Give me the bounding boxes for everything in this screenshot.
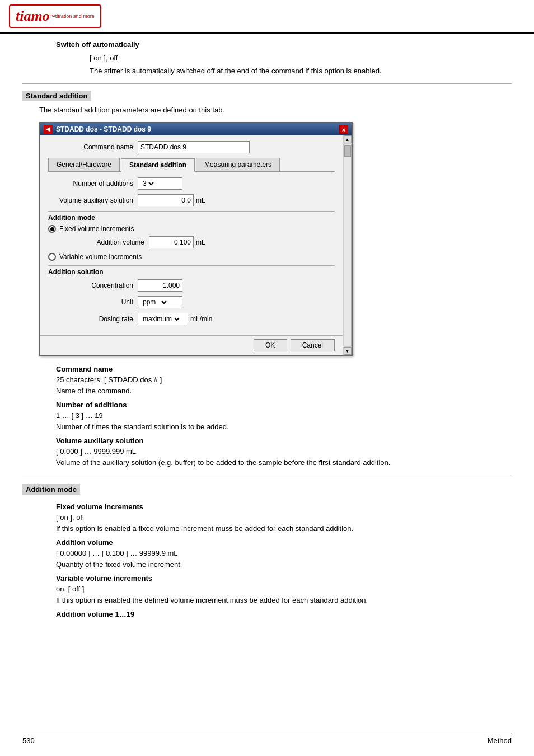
unit-dropdown[interactable]: ppm mol/L mg/L xyxy=(140,298,168,307)
standard-addition-heading: Standard addition xyxy=(22,91,91,101)
tabs-row: General/Hardware Standard addition Measu… xyxy=(48,158,335,172)
fixed-volume-radio-row: Fixed volume increments xyxy=(48,225,335,233)
def-volume-aux-value: [ 0.000 ] … 9999.999 mL xyxy=(22,446,512,457)
addition-volume-label: Addition volume xyxy=(59,238,149,246)
tab-measuring-parameters[interactable]: Measuring parameters xyxy=(196,158,280,171)
ok-button[interactable]: OK xyxy=(254,339,287,351)
scrollbar-track xyxy=(344,144,352,346)
addition-volume-row: Addition volume mL xyxy=(48,236,335,248)
def-command-name-term: Command name xyxy=(22,365,512,373)
logo-tm: ™ xyxy=(50,13,55,20)
volume-aux-unit: mL xyxy=(196,196,205,204)
header: tiamo™ titration and more xyxy=(0,0,534,34)
variable-volume-radio-row: Variable volume increments xyxy=(48,253,335,261)
def-addition-volume-value: [ 0.00000 ] … [ 0.100 ] … 99999.9 mL xyxy=(22,548,512,559)
command-name-row: Command name xyxy=(48,141,335,153)
dosing-rate-dropdown[interactable]: maximum 1.0 2.0 xyxy=(140,314,181,323)
logo-box: tiamo™ titration and more xyxy=(9,4,101,28)
command-name-label: Command name xyxy=(48,143,138,151)
scrollbar-thumb[interactable] xyxy=(344,145,351,157)
concentration-label: Concentration xyxy=(48,281,138,289)
main-content: Switch off automatically [ on ], off The… xyxy=(0,34,534,631)
concentration-row: Concentration xyxy=(48,279,335,292)
def-number-additions-value: 1 … [ 3 ] … 19 xyxy=(22,410,512,421)
dialog-body: Command name General/Hardware Standard a… xyxy=(40,135,343,335)
dialog-title: STDADD dos - STDADD dos 9 xyxy=(56,125,151,133)
addition-mode-sub-section: Addition mode Fixed volume increments Ad… xyxy=(48,211,335,261)
dialog-titlebar: ◀ STDADD dos - STDADD dos 9 × xyxy=(40,123,352,135)
command-name-input[interactable] xyxy=(138,141,250,153)
dialog-container: ◀ STDADD dos - STDADD dos 9 × Command na… xyxy=(39,122,512,356)
number-of-additions-select[interactable]: 3 1 2 4 5 xyxy=(138,177,182,190)
addition-mode-section: Addition mode Fixed volume increments [ … xyxy=(22,484,512,618)
def-fixed-volume-value: [ on ], off xyxy=(22,512,512,523)
logo-text: tiamo xyxy=(16,8,50,25)
def-command-name-desc: Name of the command. xyxy=(22,386,512,397)
addition-volume-unit: mL xyxy=(196,238,205,246)
number-of-additions-label: Number of additions xyxy=(48,180,138,187)
addition-mode-section-heading: Addition mode xyxy=(22,484,80,495)
concentration-input[interactable] xyxy=(138,279,182,292)
close-button[interactable]: × xyxy=(339,125,348,134)
def-volume-aux-desc: Volume of the auxiliary solution (e.g. b… xyxy=(22,457,512,468)
def-variable-volume-term: Variable volume increments xyxy=(22,574,512,583)
def-variable-volume-value: on, [ off ] xyxy=(22,584,512,595)
def-fixed-volume-desc: If this option is enabled a fixed volume… xyxy=(22,523,512,534)
def-volume-aux-term: Volume auxiliary solution xyxy=(22,436,512,445)
def-command-name-value: 25 characters, [ STDADD dos # ] xyxy=(22,374,512,386)
dosing-rate-unit: mL/min xyxy=(190,315,212,323)
unit-row: Unit ppm mol/L mg/L xyxy=(48,296,335,308)
unit-select[interactable]: ppm mol/L mg/L xyxy=(138,296,182,308)
dosing-rate-label: Dosing rate xyxy=(48,315,138,323)
standard-addition-desc: The standard addition parameters are def… xyxy=(22,105,512,116)
volume-aux-row: Volume auxiliary solution mL xyxy=(48,194,335,206)
dialog-scroll-area: Command name General/Hardware Standard a… xyxy=(40,135,352,355)
number-of-additions-row: Number of additions 3 1 2 4 5 xyxy=(48,177,335,190)
switch-off-value: [ on ], off xyxy=(56,53,512,64)
scrollbar-down-button[interactable]: ▼ xyxy=(344,347,352,355)
switch-off-heading: Switch off automatically xyxy=(56,39,512,50)
number-of-additions-dropdown[interactable]: 3 1 2 4 5 xyxy=(140,179,156,188)
volume-aux-input[interactable] xyxy=(138,194,194,206)
section-divider xyxy=(22,83,512,84)
def-fixed-volume-term: Fixed volume increments xyxy=(22,503,512,511)
addition-volume-input[interactable] xyxy=(149,236,194,248)
dosing-rate-select[interactable]: maximum 1.0 2.0 xyxy=(138,313,188,325)
bottom-definitions: Command name 25 characters, [ STDADD dos… xyxy=(22,365,512,468)
dosing-rate-row: Dosing rate maximum 1.0 2.0 mL/min xyxy=(48,313,335,325)
addition-solution-sub-section: Addition solution Concentration Unit xyxy=(48,265,335,325)
dialog-scrollbar: ▲ ▼ xyxy=(343,135,352,355)
tab-general-hardware[interactable]: General/Hardware xyxy=(48,158,120,171)
titlebar-left: ◀ STDADD dos - STDADD dos 9 xyxy=(44,125,151,134)
variable-volume-radio[interactable] xyxy=(48,253,56,261)
page-footer: 530 Method xyxy=(22,734,512,745)
switch-off-desc: The stirrer is automatically switched of… xyxy=(56,65,512,77)
title-icon: ◀ xyxy=(44,125,53,134)
addition-mode-divider xyxy=(22,475,512,475)
scrollbar-up-button[interactable]: ▲ xyxy=(344,135,352,143)
dialog-window: ◀ STDADD dos - STDADD dos 9 × Command na… xyxy=(39,122,353,356)
def-addition-volume-term: Addition volume xyxy=(22,538,512,547)
def-number-additions-term: Number of additions xyxy=(22,401,512,409)
variable-volume-label: Variable volume increments xyxy=(59,253,142,261)
def-addition-volume-desc: Quantity of the fixed volume increment. xyxy=(22,559,512,570)
logo-sub: titration and more xyxy=(55,13,95,19)
unit-label: Unit xyxy=(48,298,138,306)
volume-aux-label: Volume auxiliary solution xyxy=(48,196,138,204)
page-number: 530 xyxy=(22,736,35,745)
addition-mode-title: Addition mode xyxy=(48,211,335,222)
dialog-footer: OK Cancel xyxy=(40,335,343,355)
def-addition-volume-range-term: Addition volume 1…19 xyxy=(22,610,512,618)
def-variable-volume-desc: If this option is enabled the defined vo… xyxy=(22,595,512,606)
dialog-main: Command name General/Hardware Standard a… xyxy=(40,135,343,355)
addition-solution-title: Addition solution xyxy=(48,265,335,276)
fixed-volume-label: Fixed volume increments xyxy=(59,225,134,233)
fixed-volume-radio[interactable] xyxy=(48,225,56,233)
def-number-additions-desc: Number of times the standard solution is… xyxy=(22,421,512,433)
tab-standard-addition[interactable]: Standard addition xyxy=(121,158,195,172)
addition-mode-defs: Fixed volume increments [ on ], off If t… xyxy=(22,503,512,618)
cancel-button[interactable]: Cancel xyxy=(291,339,335,351)
switch-off-section: Switch off automatically [ on ], off The… xyxy=(22,39,512,77)
footer-right-text: Method xyxy=(488,736,512,745)
standard-addition-heading-box: Standard addition xyxy=(22,91,512,105)
